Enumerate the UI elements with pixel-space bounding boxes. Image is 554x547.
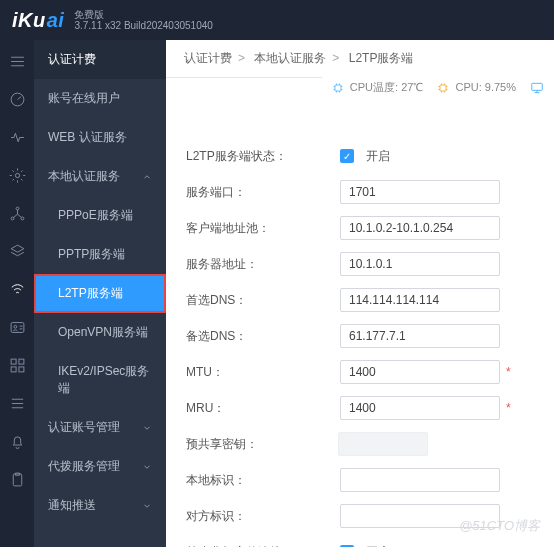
sidebar-item-online-users[interactable]: 账号在线用户 — [34, 79, 166, 118]
svg-point-2 — [16, 207, 19, 210]
row-local: 本地标识： — [186, 462, 548, 498]
row-pool: 客户端地址池： — [186, 210, 548, 246]
required-star: * — [506, 365, 511, 379]
svg-rect-7 — [11, 359, 16, 364]
sidebar-item-pppoe[interactable]: PPPoE服务端 — [34, 196, 166, 235]
label-port: 服务端口： — [186, 184, 340, 201]
crumb-1[interactable]: 本地认证服务 — [254, 51, 326, 65]
svg-point-6 — [13, 325, 16, 328]
row-plain: 禁止非加密的连接： ✓开启 — [186, 534, 548, 547]
row-dns2: 备选DNS： — [186, 318, 548, 354]
label-dns2: 备选DNS： — [186, 328, 340, 345]
sidebar-item-dialer-mgmt[interactable]: 代拨服务管理 — [34, 447, 166, 486]
svg-rect-9 — [11, 366, 16, 371]
sidebar-item-l2tp[interactable]: L2TP服务端 — [34, 274, 166, 313]
build-meta: 免费版 3.7.11 x32 Build202403051040 — [74, 9, 212, 31]
edition-text: 免费版 — [74, 9, 212, 20]
chip-icon — [332, 82, 344, 94]
sidebar-item-local-auth[interactable]: 本地认证服务 — [34, 157, 166, 196]
sidebar-item-account-mgmt[interactable]: 认证账号管理 — [34, 408, 166, 447]
required-star: * — [506, 401, 511, 415]
cpu-usage: CPU: 9.75% — [437, 81, 516, 94]
icon-rail — [0, 40, 34, 547]
layers-icon[interactable] — [8, 242, 26, 260]
bell-icon[interactable] — [8, 432, 26, 450]
psk-input[interactable] — [338, 432, 428, 456]
queue-icon[interactable] — [8, 394, 26, 412]
dns1-input[interactable] — [340, 288, 500, 312]
pulse-icon[interactable] — [8, 128, 26, 146]
svg-rect-12 — [335, 85, 341, 91]
menu-icon[interactable] — [8, 52, 26, 70]
svg-rect-13 — [440, 85, 446, 91]
row-port: 服务端口： — [186, 174, 548, 210]
row-mru: MRU： * — [186, 390, 548, 426]
watermark: @51CTO博客 — [459, 517, 540, 535]
chip-icon — [437, 82, 449, 94]
dns2-input[interactable] — [340, 324, 500, 348]
sidebar-item-pptp[interactable]: PPTP服务端 — [34, 235, 166, 274]
top-bar: iKuai 免费版 3.7.11 x32 Build202403051040 — [0, 0, 554, 40]
svg-rect-10 — [18, 366, 23, 371]
svg-point-1 — [15, 173, 19, 177]
label-local: 本地标识： — [186, 472, 340, 489]
brand-logo: iKuai — [12, 9, 64, 32]
label-mru: MRU： — [186, 400, 340, 417]
chevron-down-icon — [142, 462, 152, 472]
sidebar-header[interactable]: 认证计费 — [34, 40, 166, 79]
row-state: L2TP服务端状态： ✓开启 — [186, 138, 548, 174]
gauge-icon[interactable] — [8, 90, 26, 108]
label-srvip: 服务器地址： — [186, 256, 340, 273]
sidebar-item-notify[interactable]: 通知推送 — [34, 486, 166, 525]
row-mtu: MTU： * — [186, 354, 548, 390]
pool-input[interactable] — [340, 216, 500, 240]
port-input[interactable] — [340, 180, 500, 204]
label-state: L2TP服务端状态： — [186, 148, 340, 165]
plain-text: 开启 — [366, 544, 390, 548]
crumb-2: L2TP服务端 — [349, 51, 414, 65]
content-pane: 认证计费> 本地认证服务> L2TP服务端 CPU温度: 27℃ CPU: 9.… — [166, 40, 554, 547]
cpu-temp: CPU温度: 27℃ — [332, 80, 424, 95]
row-srvip: 服务器地址： — [186, 246, 548, 282]
idcard-icon[interactable] — [8, 318, 26, 336]
mtu-input[interactable] — [340, 360, 500, 384]
chevron-up-icon — [142, 172, 152, 182]
svg-rect-8 — [18, 359, 23, 364]
chevron-down-icon — [142, 501, 152, 511]
mru-input[interactable] — [340, 396, 500, 420]
sidebar: 认证计费 账号在线用户 WEB 认证服务 本地认证服务 PPPoE服务端 PPT… — [34, 40, 166, 547]
gear-icon[interactable] — [8, 166, 26, 184]
sidebar-item-ikev2[interactable]: IKEv2/IPSec服务端 — [34, 352, 166, 408]
state-checkbox[interactable]: ✓ — [340, 149, 354, 163]
sidebar-header-label: 认证计费 — [48, 51, 96, 68]
srvip-input[interactable] — [340, 252, 500, 276]
wifi-icon[interactable] — [8, 280, 26, 298]
label-mtu: MTU： — [186, 364, 340, 381]
l2tp-form: L2TP服务端状态： ✓开启 服务端口： 客户端地址池： 服务器地址： 首选DN… — [166, 138, 554, 547]
system-status: CPU温度: 27℃ CPU: 9.75% — [322, 74, 554, 101]
row-psk: 预共享密钥： — [186, 426, 548, 462]
clipboard-icon[interactable] — [8, 470, 26, 488]
label-pool: 客户端地址池： — [186, 220, 340, 237]
crumb-0[interactable]: 认证计费 — [184, 51, 232, 65]
state-text: 开启 — [366, 148, 390, 165]
label-dns1: 首选DNS： — [186, 292, 340, 309]
build-text: 3.7.11 x32 Build202403051040 — [74, 20, 212, 31]
label-psk: 预共享密钥： — [186, 436, 338, 453]
sidebar-item-web-auth[interactable]: WEB 认证服务 — [34, 118, 166, 157]
label-plain: 禁止非加密的连接： — [186, 544, 340, 548]
topology-icon[interactable] — [8, 204, 26, 222]
breadcrumb: 认证计费> 本地认证服务> L2TP服务端 — [166, 40, 554, 78]
svg-rect-14 — [532, 83, 543, 90]
grid-icon[interactable] — [8, 356, 26, 374]
row-dns1: 首选DNS： — [186, 282, 548, 318]
monitor-icon[interactable] — [530, 81, 544, 95]
chevron-down-icon — [142, 423, 152, 433]
label-peer: 对方标识： — [186, 508, 340, 525]
sidebar-item-openvpn[interactable]: OpenVPN服务端 — [34, 313, 166, 352]
local-input[interactable] — [340, 468, 500, 492]
